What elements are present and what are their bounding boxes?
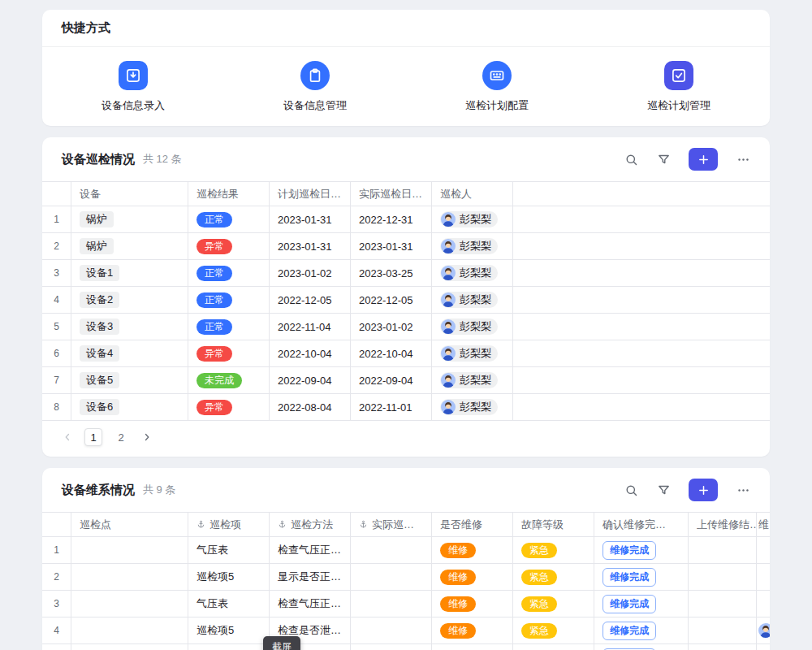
cell-device[interactable]: 设备4: [71, 340, 188, 366]
cell-actual[interactable]: [351, 644, 432, 650]
cell-inspection-item[interactable]: 巡检项5: [188, 564, 270, 590]
column-header[interactable]: 实际巡…: [351, 513, 432, 536]
cell-device[interactable]: 锅炉: [71, 233, 188, 259]
repair-complete-button[interactable]: 维修完成: [603, 568, 656, 587]
cell-planned-date[interactable]: 2023-01-31: [270, 233, 351, 259]
cell-empty[interactable]: [513, 340, 770, 366]
cell-repair[interactable]: 维修: [432, 618, 513, 644]
cell-empty[interactable]: [513, 314, 770, 340]
cell-actual[interactable]: [351, 564, 432, 590]
column-header[interactable]: 是否维修: [432, 513, 513, 536]
column-header[interactable]: 巡检项: [188, 513, 270, 536]
cell-inspector[interactable]: 彭梨梨: [432, 367, 513, 393]
cell-assignee[interactable]: [757, 644, 770, 650]
repair-complete-button[interactable]: 维修完成: [603, 622, 656, 640]
shortcut-inspection-plan-config[interactable]: 巡检计划配置: [406, 61, 588, 113]
column-header[interactable]: 上传维修结…: [689, 513, 757, 536]
cell-empty[interactable]: [513, 287, 770, 313]
cell-device[interactable]: 设备3: [71, 314, 188, 340]
more-icon[interactable]: [736, 152, 750, 167]
cell-upload-result[interactable]: [689, 618, 757, 644]
column-header[interactable]: 巡检人: [432, 182, 513, 206]
cell-fault-level[interactable]: 紧急: [513, 618, 594, 644]
cell-upload-result[interactable]: [689, 591, 757, 617]
cell-actual[interactable]: [351, 537, 432, 563]
cell-inspection-item[interactable]: 气压表: [188, 537, 270, 563]
filter-icon[interactable]: [656, 152, 671, 167]
cell-confirm[interactable]: 维修完成: [594, 644, 689, 650]
cell-repair[interactable]: 维修: [432, 537, 513, 563]
cell-actual-date[interactable]: 2023-03-25: [351, 260, 432, 286]
cell-result[interactable]: 异常: [188, 233, 270, 259]
cell-inspection-item[interactable]: 巡检项5: [188, 618, 270, 644]
cell-result[interactable]: 正常: [188, 287, 270, 313]
column-header[interactable]: 确认维修完…: [594, 513, 689, 536]
search-icon[interactable]: [624, 152, 638, 167]
cell-actual[interactable]: [351, 591, 432, 617]
chevron-right-icon[interactable]: [140, 430, 154, 444]
cell-empty[interactable]: [513, 260, 770, 286]
cell-planned-date[interactable]: 2022-09-04: [270, 367, 351, 393]
search-icon[interactable]: [624, 483, 638, 497]
cell-planned-date[interactable]: 2022-12-05: [270, 287, 351, 313]
cell-upload-result[interactable]: [689, 564, 757, 590]
cell-planned-date[interactable]: 2022-08-04: [270, 394, 351, 420]
cell-assignee[interactable]: [757, 618, 770, 644]
cell-device[interactable]: 设备6: [71, 394, 188, 420]
add-record-button[interactable]: [689, 479, 718, 501]
cell-empty[interactable]: [513, 233, 770, 259]
more-icon[interactable]: [736, 483, 750, 497]
column-header[interactable]: 维: [757, 513, 770, 536]
cell-planned-date[interactable]: 2022-10-04: [270, 340, 351, 366]
cell-fault-level[interactable]: 紧急: [513, 564, 594, 590]
cell-planned-date[interactable]: 2022-11-04: [270, 314, 351, 340]
shortcut-device-info-manage[interactable]: 设备信息管理: [224, 61, 406, 113]
cell-inspection-point[interactable]: [71, 537, 188, 563]
cell-actual-date[interactable]: 2022-12-05: [351, 287, 432, 313]
cell-inspection-point[interactable]: [71, 564, 188, 590]
chevron-left-icon[interactable]: [60, 430, 75, 444]
cell-inspector[interactable]: 彭梨梨: [432, 260, 513, 286]
repair-complete-button[interactable]: 维修完成: [603, 595, 656, 613]
add-record-button[interactable]: [689, 148, 718, 171]
cell-empty[interactable]: [513, 367, 770, 393]
cell-inspector[interactable]: 彭梨梨: [432, 287, 513, 313]
cell-inspector[interactable]: 彭梨梨: [432, 394, 513, 420]
cell-inspection-point[interactable]: [71, 644, 188, 650]
cell-result[interactable]: 异常: [188, 340, 270, 366]
cell-inspection-point[interactable]: [71, 618, 188, 644]
column-header[interactable]: 故障等级: [513, 513, 594, 536]
column-header[interactable]: 巡检方法: [270, 513, 351, 536]
column-header[interactable]: 计划巡检日…: [270, 182, 351, 206]
cell-confirm[interactable]: 维修完成: [594, 618, 689, 644]
column-header[interactable]: 巡检结果: [188, 182, 270, 206]
cell-inspection-method[interactable]: 检查气压正…: [270, 537, 351, 563]
cell-fault-level[interactable]: 紧急: [513, 537, 594, 563]
page-number[interactable]: 2: [112, 428, 130, 446]
cell-actual-date[interactable]: 2022-09-04: [351, 367, 432, 393]
cell-confirm[interactable]: 维修完成: [594, 537, 689, 563]
cell-actual-date[interactable]: 2022-12-31: [351, 206, 432, 232]
cell-actual-date[interactable]: 2022-10-04: [351, 340, 432, 366]
cell-assignee[interactable]: [757, 564, 770, 590]
cell-assignee[interactable]: [757, 591, 770, 617]
cell-inspection-point[interactable]: [71, 591, 188, 617]
cell-repair[interactable]: 维修: [432, 644, 513, 650]
cell-empty[interactable]: [513, 206, 770, 232]
cell-empty[interactable]: [513, 394, 770, 420]
cell-device[interactable]: 设备1: [71, 260, 188, 286]
repair-complete-button[interactable]: 维修完成: [603, 541, 656, 560]
cell-planned-date[interactable]: 2023-01-31: [270, 206, 351, 232]
cell-inspector[interactable]: 彭梨梨: [432, 314, 513, 340]
cell-inspector[interactable]: 彭梨梨: [432, 206, 513, 232]
cell-fault-level[interactable]: 紧急: [513, 591, 594, 617]
shortcut-inspection-plan-manage[interactable]: 巡检计划管理: [588, 61, 770, 113]
cell-upload-result[interactable]: [689, 537, 757, 563]
cell-result[interactable]: 正常: [188, 260, 270, 286]
column-header[interactable]: 巡检点: [71, 513, 188, 536]
shortcut-device-info-entry[interactable]: 设备信息录入: [42, 61, 224, 113]
cell-inspector[interactable]: 彭梨梨: [432, 340, 513, 366]
cell-inspector[interactable]: 彭梨梨: [432, 233, 513, 259]
cell-actual-date[interactable]: 2023-01-31: [351, 233, 432, 259]
cell-inspection-method[interactable]: 检查气压正…: [270, 591, 351, 617]
